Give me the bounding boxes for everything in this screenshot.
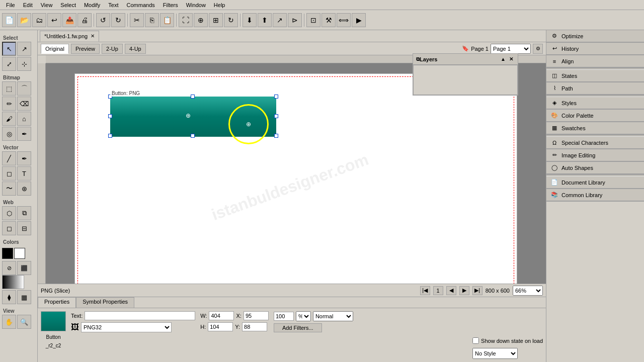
toolbar-transform[interactable]: ⊡ <box>306 13 320 27</box>
toolbar-paste[interactable]: 📋 <box>160 13 174 27</box>
menu-filters[interactable]: Filters <box>159 1 182 9</box>
toolbar-fit[interactable]: ⛶ <box>179 13 193 27</box>
toolbar-export[interactable]: 📤 <box>62 13 76 27</box>
doc-library-header[interactable]: 📄 Document Library <box>546 176 644 189</box>
special-chars-header[interactable]: Ω Special Characters <box>546 137 644 149</box>
page-options-btn[interactable]: ⚙ <box>533 44 543 54</box>
toolbar-redo[interactable]: ↻ <box>111 13 125 27</box>
common-library-header[interactable]: 📚 Common Library <box>546 189 644 201</box>
menu-modify[interactable]: Modify <box>80 1 104 9</box>
align-header[interactable]: ≡ Align <box>546 55 644 67</box>
toolbar-open[interactable]: 📂 <box>17 13 31 27</box>
menu-text[interactable]: Text <box>104 1 122 9</box>
file-tab[interactable]: *Untitled-1.fw.png ✕ <box>40 31 99 42</box>
toolbar-align2[interactable]: ⊞ <box>209 13 223 27</box>
tool-eyedropper2[interactable]: ✒ <box>17 127 31 141</box>
tool-subselect[interactable]: ↗ <box>17 42 31 56</box>
tool-stamp[interactable]: ⌂ <box>17 112 31 126</box>
show-state-checkbox[interactable] <box>472 337 479 344</box>
tool-blur[interactable]: ◎ <box>2 127 16 141</box>
menu-edit[interactable]: Edit <box>19 1 37 9</box>
toolbar-open2[interactable]: 🗂 <box>32 13 46 27</box>
color-palette-header[interactable]: 🎨 Color Palette <box>546 110 644 122</box>
toolbar-export3[interactable]: ↗ <box>273 13 287 27</box>
toolbar-more[interactable]: ▶ <box>352 13 366 27</box>
tool-eyedropper[interactable]: ⊘ <box>2 261 16 275</box>
page-select[interactable]: Page 1 <box>491 44 531 54</box>
tool-freeform[interactable]: 〜 <box>2 182 16 196</box>
no-style-select[interactable]: No Style <box>472 348 518 359</box>
tool-pattern[interactable]: ⧫ <box>2 290 16 304</box>
toolbar-new[interactable]: 📄 <box>2 13 16 27</box>
tool-brush[interactable]: 🖌 <box>2 112 16 126</box>
toolbar-copy[interactable]: ⎘ <box>145 13 159 27</box>
handle-tm[interactable] <box>191 95 195 99</box>
toolbar-export4[interactable]: ⊳ <box>288 13 302 27</box>
tool-hand[interactable]: ✋ <box>2 315 16 329</box>
tool-paint-bucket[interactable]: ⬛ <box>17 261 31 275</box>
auto-shapes-header[interactable]: ◯ Auto Shapes <box>546 162 644 174</box>
toolbar-history-back[interactable]: ↩ <box>47 13 61 27</box>
menu-help[interactable]: Help <box>210 1 229 9</box>
width-input[interactable] <box>209 311 234 320</box>
tab-properties[interactable]: Properties <box>38 297 76 308</box>
tool-scale[interactable]: ⤢ <box>2 57 16 71</box>
toolbar-undo[interactable]: ↺ <box>96 13 110 27</box>
toolbar-print[interactable]: 🖨 <box>77 13 92 27</box>
tool-grid[interactable]: ⊟ <box>17 221 31 235</box>
tab-close-btn[interactable]: ✕ <box>91 33 95 39</box>
handle-mr[interactable] <box>274 114 278 118</box>
menu-window[interactable]: Window <box>182 1 210 9</box>
tool-paint[interactable]: ✏ <box>2 97 16 111</box>
playback-first[interactable]: |◀ <box>420 286 430 295</box>
tool-erase[interactable]: ⌫ <box>17 97 31 111</box>
format-select[interactable]: PNG32 PNG8 JPEG GIF <box>81 322 172 332</box>
toolbar-snap[interactable]: ⊕ <box>194 13 208 27</box>
height-input[interactable] <box>208 322 233 331</box>
states-header[interactable]: ◫ States <box>546 70 644 82</box>
add-filters-btn[interactable]: Add Filters... <box>274 323 322 332</box>
toolbar-rotate[interactable]: ↻ <box>224 13 238 27</box>
text-input[interactable] <box>85 311 195 320</box>
tool-zoom[interactable]: 🔍 <box>17 315 31 329</box>
x-input[interactable] <box>244 311 269 320</box>
swatches-header[interactable]: ▦ Swatches <box>546 122 644 134</box>
tool-slice[interactable]: ⧉ <box>17 206 31 220</box>
handle-tr[interactable] <box>274 95 278 99</box>
blend-mode-select[interactable]: Normal Multiply Screen <box>313 311 353 321</box>
tool-marquee[interactable]: ⬚ <box>2 81 16 96</box>
opacity-input[interactable] <box>274 312 294 321</box>
optimize-header[interactable]: ⚙ Optimize <box>546 30 644 42</box>
tool-shape[interactable]: ◻ <box>2 166 16 180</box>
menu-view[interactable]: View <box>37 1 57 9</box>
path-header[interactable]: ⌇ Path <box>546 82 644 95</box>
tab-symbol-properties[interactable]: Symbol Properties <box>76 297 134 308</box>
view-preview-btn[interactable]: Preview <box>71 44 100 54</box>
toolbar-export2[interactable]: ⬆ <box>258 13 272 27</box>
menu-file[interactable]: File <box>2 1 19 9</box>
tool-line[interactable]: ╱ <box>2 151 16 165</box>
fill-color-swatch[interactable] <box>14 248 25 259</box>
view-4up-btn[interactable]: 4-Up <box>125 44 146 54</box>
opacity-percent-select[interactable]: % <box>296 311 311 321</box>
menu-select[interactable]: Select <box>56 1 80 9</box>
canvas[interactable]: ⊕ Button: PNG ⊕ istanbuldesigner.com <box>74 73 517 284</box>
toolbar-tools[interactable]: ⚒ <box>321 13 336 27</box>
tool-crop[interactable]: ⊹ <box>17 57 31 71</box>
history-header[interactable]: ↩ History <box>546 43 644 55</box>
tool-reshape[interactable]: ⊛ <box>17 182 31 196</box>
handle-ml[interactable] <box>108 114 112 118</box>
image-editing-header[interactable]: ✏ Image Editing <box>546 149 644 161</box>
tool-hotspot[interactable]: ⬡ <box>2 206 16 220</box>
y-input[interactable] <box>242 322 267 331</box>
tool-text[interactable]: T <box>17 166 31 180</box>
playback-last[interactable]: ▶| <box>472 286 482 295</box>
view-2up-btn[interactable]: 2-Up <box>102 44 123 54</box>
playback-prev[interactable]: ◀ <box>446 286 456 295</box>
tool-lasso[interactable]: ⌒ <box>17 81 31 96</box>
handle-br[interactable] <box>274 134 278 138</box>
toolbar-import[interactable]: ⬇ <box>243 13 257 27</box>
toolbar-cut[interactable]: ✂ <box>130 13 144 27</box>
canvas-scroll[interactable]: ⧉ Layers ▲ ✕ <box>46 63 546 284</box>
styles-header[interactable]: ◈ Styles <box>546 97 644 109</box>
